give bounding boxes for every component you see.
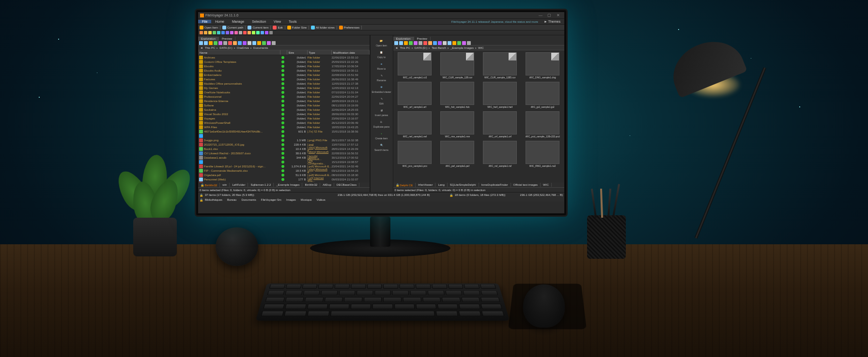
- color-swatch[interactable]: [217, 31, 220, 34]
- folder-tab[interactable]: SQLiteSimpleDelphi: [448, 183, 479, 187]
- folder-tab[interactable]: WIC: [541, 183, 552, 187]
- action-search-items[interactable]: 🔍Search items: [374, 142, 388, 151]
- breadcrumb-part[interactable]: This PC: [204, 46, 216, 49]
- toolbar-open-item[interactable]: Open Item: [200, 26, 218, 30]
- col-status[interactable]: [280, 50, 287, 55]
- mini-tool-button[interactable]: [423, 41, 427, 45]
- favorite-link[interactable]: Bibliothèques: [205, 198, 222, 201]
- menu-file[interactable]: File: [198, 20, 211, 23]
- col-date[interactable]: Modification date: [332, 50, 370, 55]
- bc-back[interactable]: ◄: [199, 46, 204, 49]
- mini-tool-button[interactable]: [443, 41, 447, 45]
- favorite-link[interactable]: Vidéos: [316, 198, 325, 201]
- folder-row[interactable]: Factures(folder)File folder26/06/2022 16…: [198, 77, 370, 81]
- tab-preview[interactable]: Preview: [414, 37, 431, 41]
- folder-tab[interactable]: 🔒 Delphi CE: [393, 183, 416, 187]
- thumbnail[interactable]: WIC_pcx_sample1.pcx: [395, 141, 435, 167]
- mini-tool-button[interactable]: [414, 41, 418, 45]
- toolbar-preferences[interactable]: Preferences: [339, 26, 359, 30]
- thumbnail[interactable]: WIC_arf_sample1.arf: [395, 82, 435, 108]
- mini-tool-button[interactable]: [418, 41, 422, 45]
- thumbnail[interactable]: WIC_cr2_sample1.cr2: [395, 52, 435, 79]
- color-swatch[interactable]: [239, 31, 242, 34]
- thumbnail[interactable]: WIC_hdr_sample1.hdc: [437, 82, 477, 108]
- color-swatch[interactable]: [248, 31, 251, 34]
- mini-tool-button[interactable]: [248, 41, 251, 45]
- breadcrumb-part[interactable]: OneDrive: [236, 46, 250, 49]
- action-open-item[interactable]: 📂Open item: [376, 37, 387, 47]
- color-swatch[interactable]: [234, 31, 238, 34]
- mini-tool-button[interactable]: [272, 41, 276, 45]
- folder-tab[interactable]: Sqliteman-1.2.2: [248, 183, 274, 187]
- mini-tool-button[interactable]: [457, 41, 461, 45]
- favorite-link[interactable]: Documents: [241, 198, 256, 201]
- mini-tool-button[interactable]: [262, 41, 266, 45]
- action-move-to[interactable]: ➜Move to: [377, 60, 386, 70]
- file-row[interactable]: FIP - Commande Mediamarkt.xlsx18.5 KB[.x…: [198, 168, 370, 173]
- mini-tool-button[interactable]: [267, 41, 271, 45]
- mini-tool-button[interactable]: [199, 41, 203, 45]
- right-thumbnail-area[interactable]: WIC_cr2_sample1.cr2WIC_CUR_sample_128.cu…: [393, 50, 565, 182]
- folder-row[interactable]: Modèles Office personnalisés(folder)File…: [198, 81, 370, 86]
- mini-tool-button[interactable]: [214, 41, 217, 45]
- breadcrumb-part[interactable]: DATA (D:): [218, 46, 233, 49]
- menu-selection[interactable]: Selection: [248, 20, 270, 23]
- folder-tab[interactable]: win: [220, 183, 230, 187]
- toolbar-all-folder-sizes[interactable]: All folder sizes: [311, 26, 335, 30]
- favorite-link[interactable]: Images: [286, 198, 296, 201]
- mini-tool-button[interactable]: [233, 41, 237, 45]
- folder-row[interactable]: Voyages(folder)File folder23/06/2024 13:…: [198, 116, 370, 120]
- thumbnail[interactable]: WIC_DNG_sample1.dng: [523, 52, 562, 79]
- folder-row[interactable]: Sofiane(folder)File folder08/11/2023 19:…: [198, 103, 370, 107]
- action-duplicate-pane[interactable]: ⧉Duplicate pane: [373, 119, 389, 128]
- mini-tool-button[interactable]: [257, 41, 261, 45]
- file-row[interactable]: 3-eggs.png1.3 MB[.png] PNG File26/11/201…: [198, 138, 370, 142]
- folder-tab[interactable]: IrfanViewer: [416, 183, 435, 187]
- folder-row[interactable]: Ebooks Audio(folder)File folder03/09/202…: [198, 68, 370, 73]
- file-row[interactable]: 20220715_115712000_iOS.jpg228.4 KB[.jpg]…: [198, 142, 370, 147]
- file-row[interactable]: [.ini] Configuratio...15/12/2024 19:08:5…: [198, 160, 370, 164]
- col-type[interactable]: Type: [308, 50, 332, 55]
- mini-tool-button[interactable]: [448, 41, 451, 45]
- mini-tool-button[interactable]: [209, 41, 213, 45]
- folder-tab[interactable]: AllDup: [320, 183, 334, 187]
- color-swatch[interactable]: [243, 31, 247, 34]
- mini-tool-button[interactable]: [404, 41, 408, 45]
- folder-tab[interactable]: LeftFolder: [230, 183, 248, 187]
- bc-back[interactable]: ◄: [394, 46, 399, 49]
- mini-tool-button[interactable]: [438, 41, 442, 45]
- col-size[interactable]: Size: [287, 50, 308, 55]
- mini-tool-button[interactable]: [228, 41, 232, 45]
- color-swatch[interactable]: [208, 31, 212, 34]
- folder-tab[interactable]: BinWin32: [302, 183, 320, 187]
- color-swatch[interactable]: [200, 31, 203, 34]
- mini-tool-button[interactable]: [409, 41, 413, 45]
- folder-row[interactable]: WPA Files(folder)File folder18/05/2024 1…: [198, 125, 370, 129]
- folder-row[interactable]: WindowsPowerShell(folder)File folder26/1…: [198, 120, 370, 125]
- folder-row[interactable]: OneNote Notebooks(folder)File folder07/1…: [198, 90, 370, 94]
- action-copy-to[interactable]: 📋Copy to: [377, 49, 386, 59]
- mini-tool-button[interactable]: [204, 41, 208, 45]
- mini-tool-button[interactable]: [394, 41, 398, 45]
- folder-row[interactable]: Embarcadero(folder)File folder22/08/2023…: [198, 73, 370, 77]
- color-swatch[interactable]: [226, 31, 229, 34]
- news-ticker[interactable]: FileVoyager 24.11.1 released! Japanese, …: [451, 20, 540, 23]
- mini-tool-button[interactable]: [452, 41, 456, 45]
- folder-tab[interactable]: Lang: [435, 183, 447, 187]
- thumbnail[interactable]: WIC_nrw_sample1.nrw: [437, 111, 477, 138]
- folder-row[interactable]: Visual Studio 2022(folder)File folder28/…: [198, 112, 370, 116]
- folder-row[interactable]: Soukaina(folder)File folder22/06/2024 18…: [198, 107, 370, 112]
- tab-preview[interactable]: Preview: [219, 37, 235, 41]
- action-create-item[interactable]: ＋Create item: [375, 130, 388, 140]
- menu-manage[interactable]: Manage: [228, 20, 248, 23]
- color-swatch[interactable]: [230, 31, 233, 34]
- file-row[interactable]: Book1.xlsx10.4 KB[.xlsx] Microsoft E...2…: [198, 147, 370, 151]
- thumbnail[interactable]: WIC_orf_sample1.orf: [480, 111, 520, 138]
- thumbnail[interactable]: WIC_pef_sample1.pef: [437, 141, 477, 167]
- close-button[interactable]: ✕: [554, 13, 562, 17]
- mini-tool-button[interactable]: [243, 41, 247, 45]
- thumbnail[interactable]: WIC_CUR_sample_1285.cur: [480, 52, 520, 79]
- breadcrumb-part[interactable]: Test Bench: [431, 46, 447, 49]
- file-row[interactable]: Orgadata.pdf51.9 KB[.pdf] Microsoft E...…: [198, 173, 370, 177]
- thumbnail[interactable]: WIC_pcd_sample_128x153.pcd: [523, 111, 562, 138]
